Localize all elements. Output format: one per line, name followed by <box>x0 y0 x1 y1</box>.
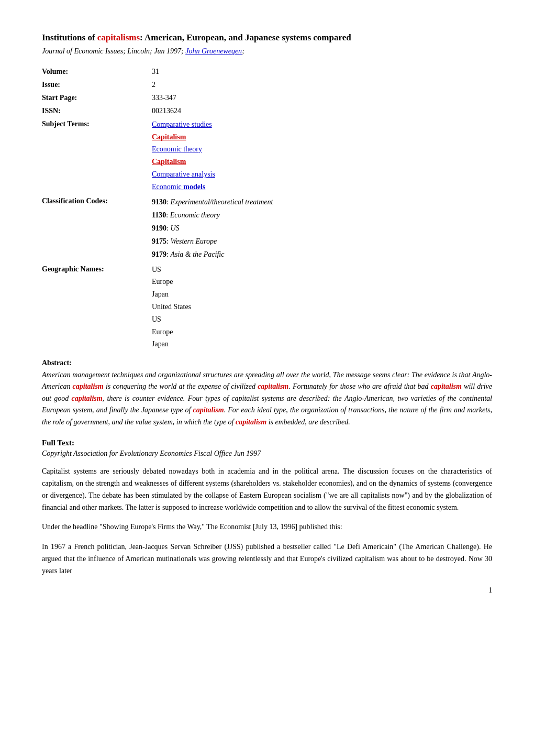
abstract-capitalism-4: capitalism <box>72 395 103 402</box>
metadata-table: Volume: 31 Issue: 2 Start Page: 333-347 … <box>42 65 492 352</box>
geo-japan-2: Japan <box>152 338 492 350</box>
body-paragraph-2: Under the headline "Showing Europe's Fir… <box>42 521 492 533</box>
classification-9179: 9179: Asia & the Pacific <box>152 248 492 261</box>
geo-europe-1: Europe <box>152 276 492 288</box>
author-link[interactable]: John Groenewegen <box>185 47 242 55</box>
title-prefix: Institutions of <box>42 32 97 42</box>
subject-terms-row: Subject Terms: Comparative studies Capit… <box>42 117 492 194</box>
abstract-capitalism-5: capitalism <box>193 406 224 414</box>
abstract-capitalism-3: capitalism <box>431 382 462 390</box>
issue-row: Issue: 2 <box>42 78 492 91</box>
desc-9190: US <box>170 224 179 232</box>
issn-value: 00213624 <box>147 104 492 117</box>
page-container: Institutions of capitalisms: American, E… <box>0 0 534 616</box>
code-9190: 9190 <box>152 224 166 232</box>
geo-europe-2: Europe <box>152 326 492 338</box>
journal-name: Journal of Economic Issues <box>42 47 123 55</box>
classification-9190: 9190: US <box>152 222 492 235</box>
copyright-line: Copyright Association for Evolutionary E… <box>42 450 492 458</box>
subject-term-economic-theory[interactable]: Economic theory <box>152 143 492 156</box>
issn-label: ISSN: <box>42 104 147 117</box>
title-red-word: capitalisms <box>97 32 140 42</box>
abstract-label: Abstract: <box>42 359 492 367</box>
issue-value: 2 <box>147 78 492 91</box>
classification-row: Classification Codes: 9130: Experimental… <box>42 194 492 262</box>
desc-9130: Experimental/theoretical treatment <box>170 198 273 206</box>
start-page-label: Start Page: <box>42 91 147 104</box>
body-paragraph-1: Capitalist systems are seriously debated… <box>42 465 492 513</box>
abstract-text: American management techniques and organ… <box>42 369 492 428</box>
subject-terms-label: Subject Terms: <box>42 117 147 194</box>
issue-label: Issue: <box>42 78 147 91</box>
start-page-value: 333-347 <box>147 91 492 104</box>
abstract-capitalism-1: capitalism <box>73 382 104 390</box>
article-title: Institutions of capitalisms: American, E… <box>42 31 492 44</box>
abstract-capitalism-2: capitalism <box>258 382 288 390</box>
subject-term-capitalism-2[interactable]: Capitalism <box>152 156 492 168</box>
abstract-capitalism-6: capitalism <box>236 418 266 426</box>
economic-models-bold: models <box>183 183 205 191</box>
volume-value: 31 <box>147 65 492 78</box>
full-text-label: Full Text: <box>42 439 492 447</box>
issn-row: ISSN: 00213624 <box>42 104 492 117</box>
desc-9179: Asia & the Pacific <box>170 250 224 258</box>
start-page-row: Start Page: 333-347 <box>42 91 492 104</box>
volume-row: Volume: 31 <box>42 65 492 78</box>
page-number: 1 <box>488 586 492 595</box>
geographic-label: Geographic Names: <box>42 262 147 352</box>
classification-label: Classification Codes: <box>42 194 147 262</box>
article-subtitle: Journal of Economic Issues; Lincoln; Jun… <box>42 47 492 56</box>
geo-us-2: US <box>152 313 492 326</box>
desc-1130: Economic theory <box>170 211 220 219</box>
journal-date: Jun 1997 <box>154 47 181 55</box>
volume-label: Volume: <box>42 65 147 78</box>
classification-1130: 1130: Economic theory <box>152 209 492 222</box>
classification-value: 9130: Experimental/theoretical treatment… <box>147 194 492 262</box>
subject-term-comparative-studies[interactable]: Comparative studies <box>152 118 492 131</box>
body-paragraph-3: In 1967 a French politician, Jean-Jacque… <box>42 541 492 577</box>
geographic-value: US Europe Japan United States US Europe … <box>147 262 492 352</box>
subject-terms-value: Comparative studies Capitalism Economic … <box>147 117 492 194</box>
geo-us-1: US <box>152 264 492 276</box>
code-1130: 1130 <box>152 211 166 219</box>
classification-9175: 9175: Western Europe <box>152 235 492 248</box>
subject-term-economic-models[interactable]: Economic models <box>152 181 492 193</box>
journal-location: Lincoln <box>127 47 150 55</box>
code-9179: 9179 <box>152 250 166 258</box>
subject-term-comparative-analysis[interactable]: Comparative analysis <box>152 168 492 181</box>
desc-9175: Western Europe <box>170 237 217 245</box>
code-9175: 9175 <box>152 237 166 245</box>
geo-japan-1: Japan <box>152 288 492 301</box>
classification-9130: 9130: Experimental/theoretical treatment <box>152 195 492 209</box>
geo-united-states: United States <box>152 301 492 313</box>
geographic-row: Geographic Names: US Europe Japan United… <box>42 262 492 352</box>
subject-term-capitalism-1[interactable]: Capitalism <box>152 131 492 144</box>
title-suffix: : American, European, and Japanese syste… <box>140 32 351 42</box>
code-9130: 9130 <box>152 198 166 206</box>
